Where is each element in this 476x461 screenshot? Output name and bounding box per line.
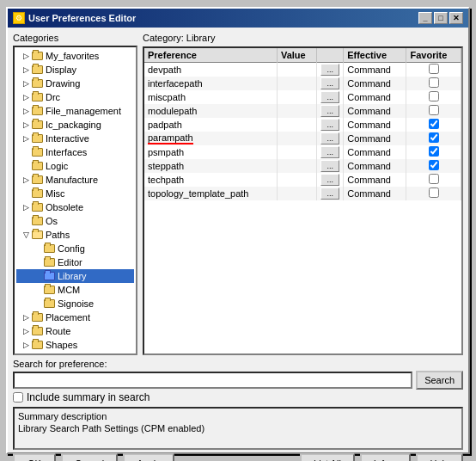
expander-mcm[interactable] <box>32 284 44 296</box>
value-edit-button[interactable]: ... <box>320 132 339 144</box>
favorite-checkbox[interactable] <box>429 160 439 170</box>
favorite-checkbox[interactable] <box>429 77 439 88</box>
tree-item-os[interactable]: Os <box>16 214 134 228</box>
close-button[interactable]: ✕ <box>449 12 463 24</box>
cell-favorite[interactable] <box>406 90 461 104</box>
cell-favorite[interactable] <box>406 173 461 187</box>
value-edit-button[interactable]: ... <box>320 64 339 76</box>
tree-item-editor[interactable]: Editor <box>16 255 134 269</box>
tree-item-display[interactable]: ▷ Display <box>16 63 134 77</box>
tree-item-paths[interactable]: ▽ Paths <box>16 228 134 242</box>
tree-item-placement[interactable]: ▷ Placement <box>16 310 134 324</box>
tree-item-config[interactable]: Config <box>16 242 134 255</box>
tree-item-shapes[interactable]: ▷ Shapes <box>16 338 134 352</box>
expander-lc-packaging[interactable]: ▷ <box>20 119 32 131</box>
favorite-checkbox[interactable] <box>429 119 439 129</box>
tree-item-signoise[interactable]: Signoise <box>16 297 134 310</box>
expander-signoise[interactable] <box>32 298 44 310</box>
info-button[interactable]: Info... <box>360 453 412 461</box>
cell-value-button[interactable]: ... <box>317 90 344 104</box>
value-edit-button[interactable]: ... <box>320 174 339 186</box>
expander-os[interactable] <box>20 215 32 227</box>
cancel-button[interactable]: Cancel <box>61 453 118 461</box>
tree-item-my-favorites[interactable]: ▷ My_favorites <box>16 49 134 63</box>
apply-button[interactable]: Apply <box>123 453 174 461</box>
cell-favorite[interactable] <box>406 145 461 159</box>
value-edit-button[interactable]: ... <box>320 119 339 131</box>
expander-logic[interactable] <box>20 160 32 172</box>
expander-manufacture[interactable]: ▷ <box>20 174 32 186</box>
categories-tree[interactable]: ▷ My_favorites ▷ Display ▷ Drawing <box>13 46 137 355</box>
maximize-button[interactable]: □ <box>434 12 448 24</box>
favorite-checkbox[interactable] <box>429 64 439 74</box>
expander-placement[interactable]: ▷ <box>20 311 32 323</box>
expander-my-favorites[interactable]: ▷ <box>20 50 32 62</box>
cell-favorite[interactable] <box>406 63 461 77</box>
expander-interactive[interactable]: ▷ <box>20 132 32 144</box>
expander-shapes[interactable]: ▷ <box>20 339 32 351</box>
search-input[interactable] <box>13 372 412 389</box>
tree-item-manufacture[interactable]: ▷ Manufacture <box>16 173 134 187</box>
cell-value-button[interactable]: ... <box>317 159 344 173</box>
value-edit-button[interactable]: ... <box>320 77 339 89</box>
expander-display[interactable]: ▷ <box>20 64 32 76</box>
expander-library[interactable] <box>32 270 44 282</box>
expander-obsolete[interactable]: ▷ <box>20 201 32 213</box>
search-button[interactable]: Search <box>416 371 463 390</box>
cell-favorite[interactable] <box>406 187 461 200</box>
table-row: modulepath...Command <box>144 104 461 118</box>
cell-favorite[interactable] <box>406 159 461 173</box>
cell-value-button[interactable]: ... <box>317 104 344 118</box>
cell-value-button[interactable]: ... <box>317 118 344 132</box>
ok-button[interactable]: OK <box>13 453 56 461</box>
tree-item-route[interactable]: ▷ Route <box>16 324 134 338</box>
value-edit-button[interactable]: ... <box>320 187 339 200</box>
cell-value-button[interactable]: ... <box>317 63 344 77</box>
table-row: miscpath...Command <box>144 90 461 104</box>
tree-item-interfaces[interactable]: Interfaces <box>16 145 134 159</box>
expander-misc[interactable] <box>20 187 32 200</box>
cell-value-button[interactable]: ... <box>317 173 344 187</box>
cell-value-button[interactable]: ... <box>317 187 344 200</box>
tree-item-drc[interactable]: ▷ Drc <box>16 90 134 104</box>
value-edit-button[interactable]: ... <box>320 91 339 103</box>
value-edit-button[interactable]: ... <box>320 160 339 172</box>
value-edit-button[interactable]: ... <box>320 105 339 117</box>
list-all-button[interactable]: List All <box>300 453 355 461</box>
cell-favorite[interactable] <box>406 132 461 145</box>
favorite-checkbox[interactable] <box>429 132 439 143</box>
cell-favorite[interactable] <box>406 77 461 90</box>
tree-item-mcm[interactable]: MCM <box>16 283 134 297</box>
favorite-checkbox[interactable] <box>429 91 439 101</box>
tree-item-file-management[interactable]: ▷ File_management <box>16 104 134 118</box>
cell-favorite[interactable] <box>406 118 461 132</box>
cell-value-button[interactable]: ... <box>317 145 344 159</box>
value-edit-button[interactable]: ... <box>320 146 339 158</box>
tree-item-obsolete[interactable]: ▷ Obsolete <box>16 200 134 214</box>
tree-item-lc-packaging[interactable]: ▷ Ic_packaging <box>16 118 134 132</box>
tree-item-interactive[interactable]: ▷ Interactive <box>16 132 134 145</box>
expander-editor[interactable] <box>32 256 44 268</box>
favorite-checkbox[interactable] <box>429 146 439 157</box>
cell-favorite[interactable] <box>406 104 461 118</box>
include-summary-checkbox[interactable] <box>13 392 23 403</box>
cell-value-button[interactable]: ... <box>317 132 344 145</box>
tree-item-logic[interactable]: Logic <box>16 159 134 173</box>
expander-paths[interactable]: ▽ <box>20 229 32 241</box>
tree-item-library[interactable]: Library <box>16 269 134 283</box>
favorite-checkbox[interactable] <box>429 174 439 184</box>
favorite-checkbox[interactable] <box>429 187 439 198</box>
expander-drc[interactable]: ▷ <box>20 91 32 103</box>
expander-drawing[interactable]: ▷ <box>20 77 32 89</box>
cell-value-button[interactable]: ... <box>317 77 344 90</box>
minimize-button[interactable]: _ <box>418 12 432 24</box>
tree-item-drawing[interactable]: ▷ Drawing <box>16 77 134 90</box>
cell-preference: psmpath <box>144 145 277 159</box>
favorite-checkbox[interactable] <box>429 105 439 115</box>
expander-config[interactable] <box>32 243 44 255</box>
tree-item-misc[interactable]: Misc <box>16 187 134 200</box>
expander-route[interactable]: ▷ <box>20 325 32 337</box>
help-button[interactable]: Help <box>416 453 463 461</box>
expander-file-management[interactable]: ▷ <box>20 105 32 117</box>
expander-interfaces[interactable] <box>20 146 32 158</box>
